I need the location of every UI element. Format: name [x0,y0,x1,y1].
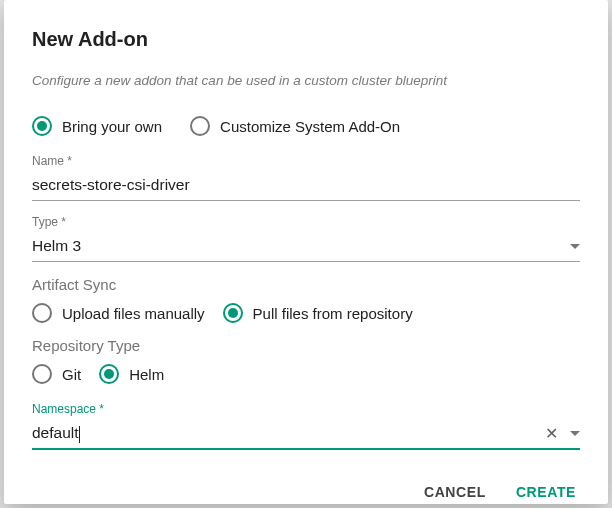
artifact-sync-label: Artifact Sync [32,276,580,293]
radio-label: Upload files manually [62,305,205,322]
radio-pull-from-repo[interactable]: Pull files from repository [223,303,413,323]
radio-bring-your-own[interactable]: Bring your own [32,116,162,136]
radio-icon [32,303,52,323]
cancel-button[interactable]: CANCEL [420,478,490,506]
radio-icon [32,116,52,136]
artifact-sync-group: Upload files manually Pull files from re… [32,303,580,323]
type-field: Type * Helm 3 [32,215,580,262]
text-cursor [79,426,80,443]
name-field: Name * [32,154,580,201]
radio-label: Helm [129,366,164,383]
namespace-field: Namespace * default ✕ [32,402,580,450]
radio-label: Bring your own [62,118,162,135]
chevron-down-icon [570,244,580,249]
clear-icon[interactable]: ✕ [539,424,564,443]
repo-type-group: Git Helm [32,364,580,384]
new-addon-modal: New Add-on Configure a new addon that ca… [4,0,608,504]
radio-upload-manually[interactable]: Upload files manually [32,303,205,323]
namespace-combobox[interactable]: default ✕ [32,420,580,450]
radio-icon [99,364,119,384]
modal-actions: CANCEL CREATE [32,464,580,506]
name-label: Name * [32,154,580,168]
radio-label: Pull files from repository [253,305,413,322]
namespace-value: default [32,424,539,442]
radio-helm[interactable]: Helm [99,364,164,384]
type-select[interactable]: Helm 3 [32,233,580,262]
create-button[interactable]: CREATE [512,478,580,506]
radio-icon [32,364,52,384]
namespace-label: Namespace * [32,402,580,416]
type-label: Type * [32,215,580,229]
modal-subtitle: Configure a new addon that can be used i… [32,73,580,88]
radio-icon [223,303,243,323]
radio-label: Git [62,366,81,383]
modal-title: New Add-on [32,28,580,51]
radio-label: Customize System Add-On [220,118,400,135]
chevron-down-icon[interactable] [570,431,580,436]
type-value: Helm 3 [32,237,564,255]
radio-customize-system-addon[interactable]: Customize System Add-On [190,116,400,136]
name-input[interactable] [32,172,580,201]
radio-icon [190,116,210,136]
repo-type-label: Repository Type [32,337,580,354]
namespace-text: default [32,424,79,441]
addon-kind-group: Bring your own Customize System Add-On [32,116,580,136]
radio-git[interactable]: Git [32,364,81,384]
